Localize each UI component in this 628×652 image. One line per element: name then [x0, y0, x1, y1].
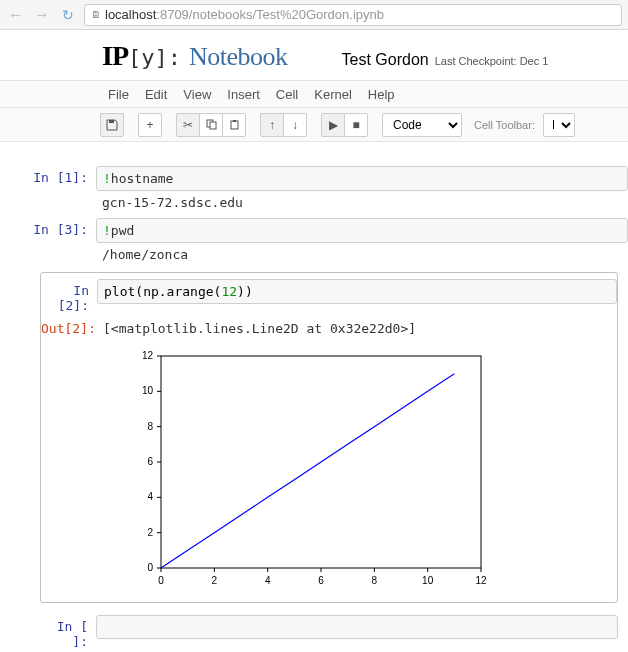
menu-help[interactable]: Help: [360, 87, 403, 102]
menu-file[interactable]: File: [100, 87, 137, 102]
menu-kernel[interactable]: Kernel: [306, 87, 360, 102]
svg-text:0: 0: [158, 575, 164, 586]
header: IP [y]: Notebook Test Gordon Last Checkp…: [0, 30, 628, 80]
paste-button[interactable]: [222, 113, 246, 137]
code-tail: )): [237, 284, 253, 299]
svg-text:2: 2: [147, 527, 153, 538]
svg-text:4: 4: [147, 491, 153, 502]
code-num: 12: [221, 284, 237, 299]
logo-ip: IP: [102, 40, 128, 72]
menu-edit[interactable]: Edit: [137, 87, 175, 102]
cell-output: /home/zonca: [96, 243, 628, 266]
bang: !: [103, 171, 111, 186]
cell-1[interactable]: In [1]: !hostname gcn-15-72.sdsc.edu: [0, 166, 628, 214]
logo-notebook: Notebook: [189, 42, 288, 72]
plot-output: 024681012024681012: [97, 340, 491, 596]
logo-y: [y]:: [128, 45, 181, 70]
cell-3-selected[interactable]: In [2]: plot(np.arange(12)) Out[2]: [<ma…: [40, 272, 618, 603]
notebook-area: In [1]: !hostname gcn-15-72.sdsc.edu In …: [0, 142, 628, 652]
svg-rect-2: [210, 122, 216, 129]
run-button[interactable]: ▶: [321, 113, 345, 137]
code-input[interactable]: plot(np.arange(12)): [97, 279, 617, 304]
cell-4[interactable]: In [ ]:: [40, 609, 618, 652]
move-up-button[interactable]: ↑: [260, 113, 284, 137]
reload-icon[interactable]: ↻: [58, 7, 78, 23]
svg-text:12: 12: [142, 350, 154, 361]
back-icon[interactable]: ←: [6, 6, 26, 24]
svg-text:8: 8: [147, 421, 153, 432]
url-path: :8709/notebooks/Test%20Gordon.ipynb: [156, 7, 384, 22]
url-host: localhost: [105, 7, 156, 22]
svg-text:8: 8: [372, 575, 378, 586]
cell-type-select[interactable]: Code: [382, 113, 462, 137]
out-spacer: [0, 191, 96, 199]
out-spacer: [0, 243, 96, 251]
svg-rect-4: [233, 120, 236, 122]
cell-toolbar-label: Cell Toolbar:: [474, 119, 535, 131]
copy-button[interactable]: [199, 113, 223, 137]
save-button[interactable]: [100, 113, 124, 137]
add-cell-button[interactable]: +: [138, 113, 162, 137]
stop-button[interactable]: ■: [344, 113, 368, 137]
out-spacer: [41, 340, 97, 348]
svg-text:2: 2: [212, 575, 218, 586]
code-input[interactable]: [96, 615, 618, 639]
toolbar: + ✂ ↑ ↓ ▶ ■ Code Cell Toolbar: Non: [0, 108, 628, 142]
code-input[interactable]: !pwd: [96, 218, 628, 243]
svg-text:12: 12: [475, 575, 487, 586]
svg-rect-0: [109, 120, 114, 123]
cell-2[interactable]: In [3]: !pwd /home/zonca: [0, 218, 628, 266]
in-prompt: In [ ]:: [40, 615, 96, 652]
menu-cell[interactable]: Cell: [268, 87, 306, 102]
forward-icon[interactable]: →: [32, 6, 52, 24]
page-icon: 🗎: [91, 9, 101, 20]
menubar: File Edit View Insert Cell Kernel Help: [0, 80, 628, 108]
cell-output: gcn-15-72.sdsc.edu: [96, 191, 628, 214]
svg-text:6: 6: [147, 456, 153, 467]
svg-text:6: 6: [318, 575, 324, 586]
menu-insert[interactable]: Insert: [219, 87, 268, 102]
svg-text:0: 0: [147, 562, 153, 573]
svg-text:10: 10: [422, 575, 434, 586]
out-prompt: Out[2]:: [41, 317, 97, 340]
browser-bar: ← → ↻ 🗎 localhost:8709/notebooks/Test%20…: [0, 0, 628, 30]
cut-button[interactable]: ✂: [176, 113, 200, 137]
url-bar[interactable]: 🗎 localhost:8709/notebooks/Test%20Gordon…: [84, 4, 622, 26]
code-text: plot(np.arange(: [104, 284, 221, 299]
code-input[interactable]: !hostname: [96, 166, 628, 191]
in-prompt: In [3]:: [0, 218, 96, 241]
svg-text:4: 4: [265, 575, 271, 586]
move-down-button[interactable]: ↓: [283, 113, 307, 137]
line-plot: 024681012024681012: [121, 346, 491, 596]
shell-cmd: hostname: [111, 171, 174, 186]
in-prompt: In [2]:: [41, 279, 97, 317]
cell-toolbar-select[interactable]: Non: [543, 113, 575, 137]
notebook-title[interactable]: Test Gordon: [342, 51, 429, 69]
svg-rect-3: [231, 121, 238, 129]
in-prompt: In [1]:: [0, 166, 96, 189]
menu-view[interactable]: View: [175, 87, 219, 102]
checkpoint-label: Last Checkpoint: Dec 1: [435, 55, 549, 67]
shell-cmd: pwd: [111, 223, 134, 238]
svg-text:10: 10: [142, 385, 154, 396]
bang: !: [103, 223, 111, 238]
out-text: [<matplotlib.lines.Line2D at 0x32e22d0>]: [97, 317, 617, 340]
